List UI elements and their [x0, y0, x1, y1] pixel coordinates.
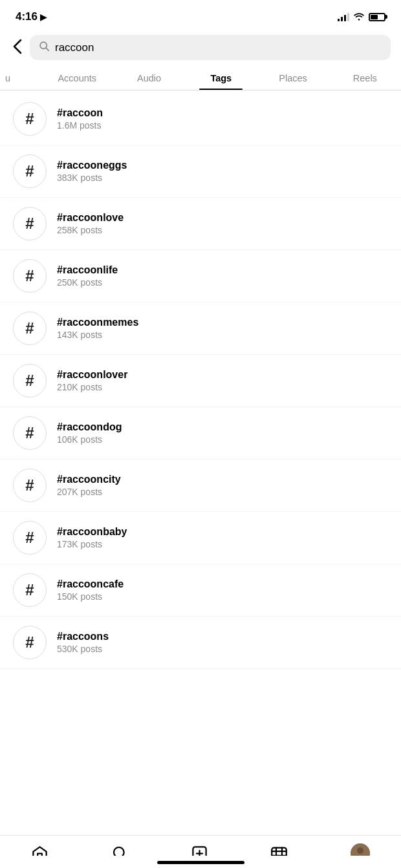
tag-count: 1.6M posts	[57, 120, 103, 131]
tab-places[interactable]: Places	[257, 67, 329, 90]
tag-icon: #	[13, 416, 47, 450]
tag-item[interactable]: # #raccoonbaby 173K posts	[0, 512, 401, 564]
tab-accounts[interactable]: Accounts	[41, 67, 113, 90]
svg-line-1	[46, 48, 49, 50]
tag-name: #raccoondog	[57, 421, 122, 433]
tag-count: 207K posts	[57, 487, 121, 497]
status-icons	[338, 12, 385, 23]
search-input-wrap[interactable]: raccoon	[30, 35, 391, 60]
tag-count: 250K posts	[57, 277, 118, 288]
tab-tags[interactable]: Tags	[185, 67, 257, 90]
tag-name: #raccooncity	[57, 474, 121, 485]
tag-name: #raccoon	[57, 107, 103, 119]
search-bar-row: raccoon	[0, 31, 401, 67]
tag-item[interactable]: # #raccoonlover 210K posts	[0, 355, 401, 407]
tag-count: 173K posts	[57, 539, 127, 549]
tag-item[interactable]: # #raccooncity 207K posts	[0, 460, 401, 512]
tag-icon: #	[13, 521, 47, 555]
tag-item[interactable]: # #raccoonlove 258K posts	[0, 198, 401, 250]
tag-item[interactable]: # #raccoondog 106K posts	[0, 407, 401, 460]
status-time: 4:16 ▶	[16, 10, 47, 23]
home-indicator	[157, 861, 244, 864]
search-glass-icon	[39, 41, 50, 54]
tag-icon: #	[13, 259, 47, 293]
tag-name: #raccoonlover	[57, 369, 127, 381]
tag-item[interactable]: # #raccooncafe 150K posts	[0, 564, 401, 617]
tab-reels[interactable]: Reels	[329, 67, 401, 90]
tabs-row: u Accounts Audio Tags Places Reels	[0, 67, 401, 90]
tag-item[interactable]: # #raccoonmemes 143K posts	[0, 302, 401, 355]
svg-point-9	[357, 847, 363, 854]
signal-icon	[338, 12, 349, 21]
tag-count: 383K posts	[57, 173, 127, 183]
tag-name: #raccoonlove	[57, 212, 124, 224]
tag-count: 530K posts	[57, 644, 109, 654]
tag-name: #raccoons	[57, 631, 109, 642]
tag-item[interactable]: # #raccooneggs 383K posts	[0, 145, 401, 198]
search-text: raccoon	[55, 41, 94, 54]
tag-item[interactable]: # #raccoonlife 250K posts	[0, 250, 401, 302]
wifi-icon	[353, 12, 365, 23]
tag-count: 210K posts	[57, 382, 127, 392]
tag-count: 143K posts	[57, 330, 138, 340]
battery-icon	[369, 13, 385, 21]
tag-icon: #	[13, 573, 47, 607]
tag-icon: #	[13, 207, 47, 240]
tag-item[interactable]: # #raccoons 530K posts	[0, 617, 401, 669]
tag-name: #raccooneggs	[57, 160, 127, 171]
tag-icon: #	[13, 626, 47, 659]
location-icon: ▶	[40, 12, 47, 22]
tag-icon: #	[13, 312, 47, 345]
tag-icon: #	[13, 364, 47, 397]
tag-name: #raccoonlife	[57, 264, 118, 276]
tag-icon: #	[13, 154, 47, 188]
tab-top-partial[interactable]: u	[0, 67, 41, 90]
tag-count: 106K posts	[57, 434, 122, 445]
back-button[interactable]	[10, 36, 25, 59]
status-bar: 4:16 ▶	[0, 0, 401, 31]
tag-icon: #	[13, 102, 47, 136]
tag-count: 258K posts	[57, 225, 124, 235]
tag-count: 150K posts	[57, 591, 124, 602]
tag-name: #raccoonbaby	[57, 526, 127, 538]
tag-list: # #raccoon 1.6M posts # #raccooneggs 383…	[0, 90, 401, 669]
tag-name: #raccooncafe	[57, 578, 124, 590]
tag-name: #raccoonmemes	[57, 317, 138, 328]
tag-icon: #	[13, 469, 47, 502]
tab-audio[interactable]: Audio	[113, 67, 185, 90]
tag-item[interactable]: # #raccoon 1.6M posts	[0, 93, 401, 145]
